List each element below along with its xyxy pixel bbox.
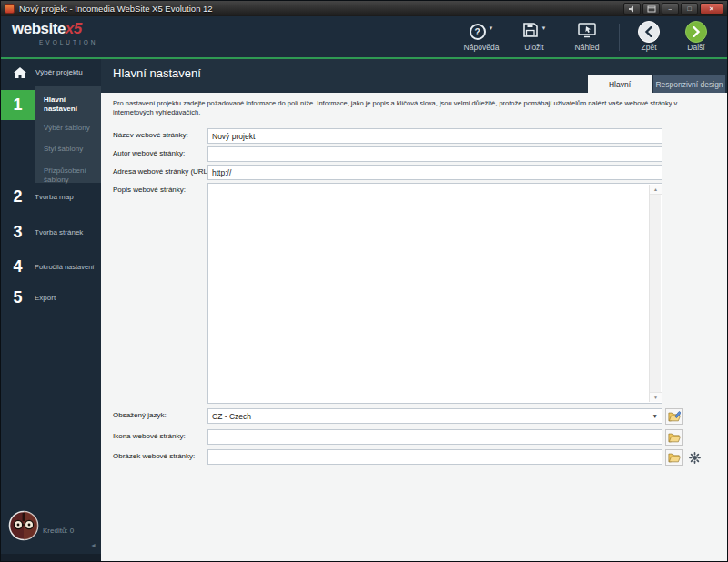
tab-hlavni[interactable]: Hlavní	[588, 75, 652, 93]
folder-open-icon	[668, 452, 681, 463]
websitex5-logo: websitex5 EVOLUTION	[12, 20, 98, 45]
sidebar-step-1-number[interactable]: 1	[1, 90, 35, 120]
sidebar-step-4[interactable]: 4 Pokročilá nastavení	[1, 257, 101, 276]
chevron-right-icon	[685, 21, 707, 43]
site-icon-input[interactable]	[207, 429, 662, 445]
site-url-label: Adresa webové stránky (URL):	[113, 165, 207, 176]
avatar[interactable]	[8, 510, 39, 541]
site-name-label: Název webové stránky:	[113, 128, 207, 139]
sidebar-step-3[interactable]: 3 Tvorba stránek	[1, 223, 101, 242]
close-button[interactable]: ✕	[700, 3, 723, 15]
browse-image-button[interactable]	[665, 449, 683, 466]
maximize-button[interactable]: □	[681, 3, 698, 15]
preview-button[interactable]: Náhled	[561, 22, 613, 52]
sidebar-item-main-settings[interactable]: Hlavní nastavení	[44, 95, 96, 115]
site-url-input[interactable]	[207, 165, 662, 180]
scroll-down-icon[interactable]: ▼	[650, 392, 662, 402]
page-title: Hlavní nastavení	[113, 66, 201, 80]
back-button[interactable]: Zpět	[625, 22, 672, 52]
save-dropdown-caret[interactable]: ▼	[541, 25, 547, 31]
titlebar-window-icon[interactable]	[642, 3, 660, 15]
sidebar-item-project-selection[interactable]: Výběr projektu	[1, 59, 101, 86]
page-header: Hlavní nastavení Hlavní Responzivní desi…	[101, 59, 727, 93]
minimize-button[interactable]: –	[662, 3, 679, 15]
site-description-label: Popis webové stránky:	[113, 183, 207, 194]
language-label: Obsažený jazyk:	[113, 408, 207, 419]
site-name-input[interactable]	[207, 128, 662, 144]
scroll-up-icon[interactable]: ▲	[650, 185, 662, 195]
sidebar-item-template-style[interactable]: Styl šablony	[44, 145, 98, 154]
next-button[interactable]: Další	[672, 22, 720, 52]
sidebar-item-template-customization[interactable]: Přizpůsobení šablony	[44, 166, 98, 186]
monitor-icon	[578, 23, 596, 42]
sidebar-step-2[interactable]: 2 Tvorba map	[1, 187, 101, 206]
page-description: Pro nastavení projektu zadejte požadovan…	[113, 99, 720, 117]
watermark-settings-button[interactable]	[689, 449, 701, 467]
sidebar-bottom-strip	[1, 554, 101, 562]
home-icon	[13, 66, 27, 79]
logo-word: website	[12, 20, 66, 37]
language-select[interactable]: CZ - Czech ▼	[207, 408, 662, 424]
chevron-down-icon: ▼	[652, 413, 658, 419]
help-button[interactable]: ? ▼ Nápověda	[455, 22, 508, 52]
browse-icon-button[interactable]	[665, 429, 683, 446]
help-icon: ?	[470, 24, 486, 40]
sidebar: Výběr projektu 1 Hlavní nastavení Výběr …	[1, 59, 101, 562]
floppy-icon	[522, 22, 539, 42]
site-author-label: Autor webové stránky:	[113, 146, 207, 157]
site-author-input[interactable]	[207, 146, 662, 162]
edit-list-icon	[668, 411, 681, 422]
site-description-textarea[interactable]	[208, 184, 662, 403]
toolbar-separator	[619, 24, 620, 51]
save-button[interactable]: ▼ Uložit	[508, 22, 561, 52]
titlebar-speaker-icon[interactable]	[623, 3, 641, 15]
toolbar: websitex5 EVOLUTION ? ▼ Nápověda ▼ Ulož	[1, 16, 727, 57]
credits-label: Kreditů: 0	[43, 527, 74, 535]
site-image-label: Obrázek webové stránky:	[113, 449, 207, 460]
logo-subtitle: EVOLUTION	[39, 39, 98, 45]
site-icon-label: Ikona webové stránky:	[113, 429, 207, 440]
help-dropdown-caret[interactable]: ▼	[489, 25, 494, 31]
sidebar-step-5[interactable]: 5 Export	[1, 288, 101, 307]
tab-bar: Hlavní Responzivní design	[588, 75, 725, 93]
window-title: Nový projekt - Incomedia WebSite X5 Evol…	[19, 4, 213, 14]
collapse-sidebar-arrow-icon[interactable]: ◄	[90, 542, 96, 548]
folder-open-icon	[668, 432, 681, 443]
sidebar-item-template-selection[interactable]: Výběr šablony	[44, 124, 98, 133]
chevron-left-icon	[638, 21, 660, 43]
main-content: Pro nastavení projektu zadejte požadovan…	[101, 93, 727, 561]
titlebar: Nový projekt - Incomedia WebSite X5 Evol…	[1, 1, 727, 16]
starburst-icon	[689, 452, 701, 464]
tab-responzivni-design[interactable]: Responzivní design	[653, 75, 725, 93]
app-window: Nový projekt - Incomedia WebSite X5 Evol…	[0, 0, 728, 562]
textarea-scrollbar[interactable]: ▲ ▼	[649, 185, 661, 402]
app-icon	[5, 4, 15, 14]
site-image-input[interactable]	[207, 449, 662, 465]
manage-languages-button[interactable]	[665, 408, 683, 425]
logo-x5: x5	[66, 20, 82, 37]
